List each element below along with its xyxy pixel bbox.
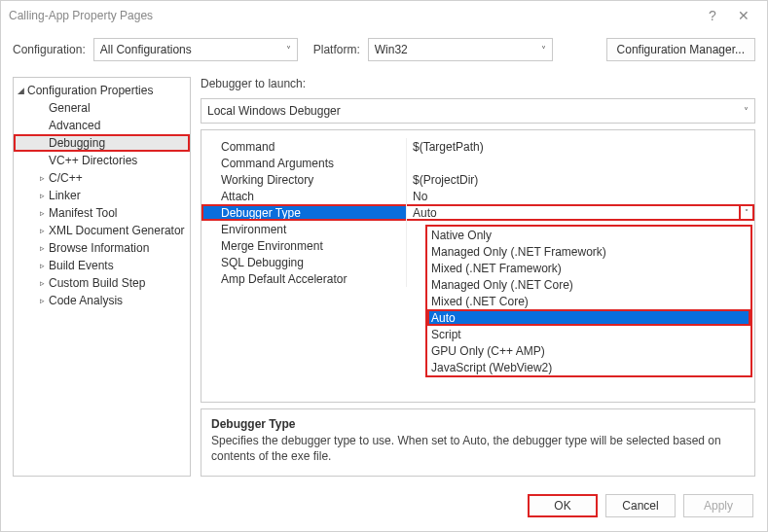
- debugger-launch-label: Debugger to launch:: [201, 77, 755, 90]
- tree-item-label: Manifest Tool: [49, 206, 117, 220]
- grid-value[interactable]: [406, 155, 754, 171]
- config-combo[interactable]: All Configurations ˅: [93, 38, 298, 61]
- config-label: Configuration:: [13, 43, 86, 56]
- dropdown-option[interactable]: Mixed (.NET Core): [427, 293, 750, 309]
- config-row: Configuration: All Configurations ˅ Plat…: [1, 30, 767, 77]
- expand-icon[interactable]: ▹: [37, 243, 47, 253]
- tree-item-general[interactable]: General: [14, 99, 190, 117]
- grid-key: Merge Environment: [201, 237, 406, 254]
- tree-item-code-analysis[interactable]: ▹Code Analysis: [14, 292, 190, 309]
- config-tree[interactable]: ◢ Configuration Properties GeneralAdvanc…: [13, 77, 191, 477]
- ok-button[interactable]: OK: [528, 494, 598, 517]
- grid-key: Debugger Type: [201, 204, 406, 221]
- expand-icon[interactable]: ▹: [37, 261, 47, 270]
- debugger-launch-value: Local Windows Debugger: [207, 104, 341, 118]
- config-value: All Configurations: [100, 43, 192, 56]
- tree-item-debugging[interactable]: Debugging: [14, 134, 190, 152]
- collapse-icon[interactable]: ◢: [16, 86, 25, 95]
- help-icon[interactable]: ?: [697, 8, 728, 23]
- window-title: Calling-App Property Pages: [9, 9, 697, 22]
- debugger-type-dropdown[interactable]: Native OnlyManaged Only (.NET Framework)…: [425, 225, 752, 377]
- grid-row-debugger-type[interactable]: Debugger TypeAuto˅: [201, 204, 754, 221]
- tree-item-label: Build Events: [49, 259, 114, 272]
- tree-item-label: VC++ Directories: [49, 154, 137, 167]
- tree-item-label: C/C++: [49, 171, 83, 185]
- chevron-down-icon: ˅: [286, 45, 291, 55]
- tree-item-linker[interactable]: ▹Linker: [14, 187, 190, 204]
- debugger-launch-combo[interactable]: Local Windows Debugger ˅: [201, 98, 755, 124]
- grid-row-working-directory[interactable]: Working Directory$(ProjectDir): [201, 171, 754, 188]
- cancel-button[interactable]: Cancel: [605, 494, 676, 517]
- dropdown-option[interactable]: Native Only: [427, 227, 750, 243]
- tree-item-label: General: [49, 101, 91, 115]
- expand-icon[interactable]: ▹: [37, 278, 47, 288]
- dropdown-option[interactable]: Managed Only (.NET Framework): [427, 243, 750, 260]
- grid-key: Command: [201, 138, 406, 155]
- grid-value[interactable]: Auto˅: [406, 204, 754, 221]
- tree-item-c-c-[interactable]: ▹C/C++: [14, 169, 190, 187]
- tree-item-browse-information[interactable]: ▹Browse Information: [14, 239, 190, 257]
- grid-key: Environment: [201, 221, 406, 237]
- grid-value[interactable]: $(TargetPath): [406, 138, 754, 155]
- chevron-down-icon: ˅: [541, 45, 546, 55]
- grid-row-command-arguments[interactable]: Command Arguments: [201, 155, 754, 171]
- expand-icon[interactable]: ▹: [37, 173, 47, 183]
- footer: OK Cancel Apply: [1, 484, 767, 531]
- grid-key: Command Arguments: [201, 155, 406, 171]
- dropdown-option[interactable]: Mixed (.NET Framework): [427, 260, 750, 276]
- dropdown-option[interactable]: Auto: [427, 309, 750, 326]
- dropdown-option[interactable]: GPU Only (C++ AMP): [427, 342, 750, 359]
- grid-key: Working Directory: [201, 171, 406, 188]
- description-text: Specifies the debugger type to use. When…: [211, 433, 745, 464]
- tree-item-advanced[interactable]: Advanced: [14, 117, 190, 134]
- expand-icon[interactable]: ▹: [37, 191, 47, 200]
- dropdown-button[interactable]: ˅: [739, 204, 754, 221]
- grid-value[interactable]: $(ProjectDir): [406, 171, 754, 188]
- dropdown-option[interactable]: Script: [427, 326, 750, 342]
- expand-icon[interactable]: ▹: [37, 296, 47, 305]
- apply-button[interactable]: Apply: [683, 494, 753, 517]
- tree-item-label: Code Analysis: [49, 294, 123, 307]
- description-box: Debugger Type Specifies the debugger typ…: [201, 408, 755, 477]
- expand-icon[interactable]: ▹: [37, 226, 47, 235]
- platform-value: Win32: [375, 43, 408, 56]
- property-pages-dialog: Calling-App Property Pages ? ✕ Configura…: [0, 0, 768, 532]
- tree-item-label: XML Document Generator: [49, 224, 185, 237]
- tree-item-label: Linker: [49, 189, 81, 202]
- platform-combo[interactable]: Win32 ˅: [368, 38, 553, 61]
- tree-item-label: Browse Information: [49, 241, 149, 255]
- grid-key: Attach: [201, 188, 406, 204]
- grid-key: SQL Debugging: [201, 254, 406, 270]
- tree-item-label: Custom Build Step: [49, 276, 145, 290]
- tree-item-build-events[interactable]: ▹Build Events: [14, 257, 190, 274]
- grid-value[interactable]: No: [406, 188, 754, 204]
- chevron-down-icon: ˅: [744, 106, 749, 117]
- tree-item-label: Debugging: [49, 136, 105, 150]
- tree-item-manifest-tool[interactable]: ▹Manifest Tool: [14, 204, 190, 222]
- tree-item-vc-directories[interactable]: VC++ Directories: [14, 152, 190, 169]
- grid-row-attach[interactable]: AttachNo: [201, 188, 754, 204]
- tree-item-xml-document-generator[interactable]: ▹XML Document Generator: [14, 222, 190, 239]
- tree-item-custom-build-step[interactable]: ▹Custom Build Step: [14, 274, 190, 292]
- tree-item-label: Advanced: [49, 119, 100, 132]
- config-manager-button[interactable]: Configuration Manager...: [606, 38, 755, 61]
- dropdown-option[interactable]: Managed Only (.NET Core): [427, 276, 750, 293]
- titlebar: Calling-App Property Pages ? ✕: [1, 1, 767, 30]
- description-heading: Debugger Type: [211, 417, 745, 431]
- dropdown-option[interactable]: JavaScript (WebView2): [427, 359, 750, 375]
- property-grid[interactable]: Command$(TargetPath)Command ArgumentsWor…: [201, 129, 755, 403]
- tree-root[interactable]: ◢ Configuration Properties: [14, 82, 190, 99]
- platform-label: Platform:: [313, 43, 360, 56]
- grid-row-command[interactable]: Command$(TargetPath): [201, 138, 754, 155]
- expand-icon[interactable]: ▹: [37, 208, 47, 218]
- grid-key: Amp Default Accelerator: [201, 270, 406, 287]
- main-area: ◢ Configuration Properties GeneralAdvanc…: [1, 77, 767, 484]
- right-pane: Debugger to launch: Local Windows Debugg…: [201, 77, 755, 477]
- close-icon[interactable]: ✕: [728, 8, 759, 23]
